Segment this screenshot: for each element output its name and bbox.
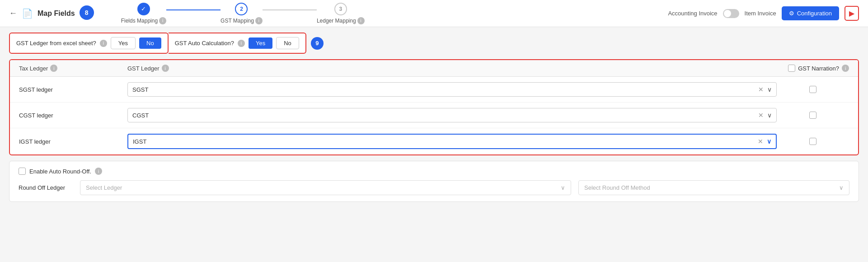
table-row: IGST ledger IGST ✕ ∨ bbox=[10, 128, 858, 154]
question-1-box: GST Ledger from excel sheet? i Yes No bbox=[9, 33, 169, 54]
igst-label: IGST ledger bbox=[19, 138, 127, 145]
sgst-dropdown-icon[interactable]: ∨ bbox=[767, 86, 772, 93]
sgst-label: SGST ledger bbox=[19, 86, 127, 93]
question-2-info-icon[interactable]: i bbox=[238, 40, 245, 47]
header: ← 📄 Map Fields 8 ✓ Fields Mapping i 2 GS… bbox=[0, 0, 868, 27]
question-2-text: GST Auto Calculation? bbox=[175, 40, 234, 47]
sgst-clear-icon[interactable]: ✕ bbox=[758, 86, 764, 93]
step-3-label: Ledger Mapping i bbox=[317, 17, 365, 24]
accounting-toggle[interactable] bbox=[723, 9, 739, 18]
select-method-dropdown[interactable]: Select Round Off Method ∨ bbox=[578, 180, 849, 195]
step-1-info-icon[interactable]: i bbox=[159, 17, 166, 24]
step-3-info-icon[interactable]: i bbox=[357, 17, 365, 24]
cgst-dropdown-icon[interactable]: ∨ bbox=[767, 112, 772, 119]
round-off-label: Enable Auto Round-Off. bbox=[29, 168, 91, 175]
select-method-chevron-icon: ∨ bbox=[839, 184, 844, 191]
step-2-info-icon[interactable]: i bbox=[255, 17, 263, 24]
step-2[interactable]: 2 GST Mapping i bbox=[221, 3, 263, 24]
igst-value: IGST bbox=[133, 138, 758, 145]
accounting-invoice-label: Accounting Invoice bbox=[668, 10, 717, 17]
question-1-text: GST Ledger from excel sheet? bbox=[16, 40, 96, 47]
sgst-narration-cell bbox=[777, 86, 849, 93]
cgst-value: CGST bbox=[132, 112, 758, 119]
question-1-yes-button[interactable]: Yes bbox=[111, 37, 136, 49]
select-ledger-chevron-icon: ∨ bbox=[561, 184, 565, 191]
round-off-info-icon[interactable]: i bbox=[95, 168, 102, 175]
question-1-no-button[interactable]: No bbox=[139, 37, 161, 49]
col-tax-ledger-header: Tax Ledger i bbox=[19, 65, 127, 72]
table-row: CGST ledger CGST ✕ ∨ bbox=[10, 103, 858, 128]
bottom-section: Enable Auto Round-Off. i Round Off Ledge… bbox=[9, 161, 859, 202]
cgst-icons: ✕ ∨ bbox=[758, 112, 772, 119]
content-box: Tax Ledger i GST Ledger i GST Narration?… bbox=[9, 59, 859, 155]
select-ledger-dropdown[interactable]: Select Ledger ∨ bbox=[80, 180, 571, 195]
step-connector-1 bbox=[166, 9, 221, 10]
cgst-clear-icon[interactable]: ✕ bbox=[758, 112, 764, 119]
step-3-circle: 3 bbox=[334, 3, 347, 15]
igst-select[interactable]: IGST ✕ ∨ bbox=[127, 134, 777, 149]
select-method-placeholder: Select Round Off Method bbox=[584, 184, 650, 191]
steps-nav: ✓ Fields Mapping i 2 GST Mapping i 3 Led… bbox=[121, 3, 641, 24]
step-connector-2 bbox=[263, 9, 317, 10]
table-header: Tax Ledger i GST Ledger i GST Narration?… bbox=[10, 60, 858, 77]
doc-icon: 📄 bbox=[22, 8, 33, 19]
step-1-label: Fields Mapping i bbox=[121, 17, 166, 24]
igst-narration-cell bbox=[777, 138, 849, 145]
page-title: Map Fields bbox=[38, 9, 75, 18]
toggle-knob bbox=[724, 10, 731, 17]
igst-dropdown-icon[interactable]: ∨ bbox=[767, 138, 771, 145]
igst-icons: ✕ ∨ bbox=[758, 138, 771, 145]
step-1[interactable]: ✓ Fields Mapping i bbox=[121, 3, 166, 24]
gst-ledger-info-icon[interactable]: i bbox=[162, 65, 169, 72]
config-icon: ⚙ bbox=[789, 10, 794, 17]
round-off-header-row: Enable Auto Round-Off. i bbox=[19, 168, 849, 175]
select-ledger-placeholder: Select Ledger bbox=[86, 184, 122, 191]
question-row: GST Ledger from excel sheet? i Yes No GS… bbox=[9, 33, 859, 54]
question-1-info-icon[interactable]: i bbox=[100, 40, 107, 47]
gst-narration-info-icon[interactable]: i bbox=[842, 65, 849, 72]
table-row: SGST ledger SGST ✕ ∨ bbox=[10, 77, 858, 103]
back-button[interactable]: ← bbox=[9, 9, 17, 18]
step-3[interactable]: 3 Ledger Mapping i bbox=[317, 3, 365, 24]
sgst-select[interactable]: SGST ✕ ∨ bbox=[127, 82, 777, 97]
question-2-yes-button[interactable]: Yes bbox=[249, 37, 272, 49]
round-off-checkbox[interactable] bbox=[19, 168, 26, 175]
igst-clear-icon[interactable]: ✕ bbox=[758, 138, 763, 145]
youtube-button[interactable]: ▶ bbox=[845, 6, 859, 21]
header-right: Accounting Invoice Item Invoice ⚙ Config… bbox=[668, 6, 859, 21]
col-gst-ledger-header: GST Ledger i bbox=[127, 65, 777, 72]
cgst-narration-checkbox[interactable] bbox=[809, 112, 816, 119]
body: GST Ledger from excel sheet? i Yes No GS… bbox=[0, 27, 868, 207]
sgst-narration-checkbox[interactable] bbox=[809, 86, 816, 93]
config-label: Configuration bbox=[797, 10, 832, 17]
header-left: ← 📄 Map Fields 8 bbox=[9, 6, 94, 21]
step-badge-8: 8 bbox=[80, 5, 94, 20]
item-invoice-label: Item Invoice bbox=[745, 10, 776, 17]
tax-ledger-info-icon[interactable]: i bbox=[50, 65, 57, 72]
step-2-label: GST Mapping i bbox=[221, 17, 263, 24]
round-off-select-row: Round Off Ledger Select Ledger ∨ Select … bbox=[19, 180, 849, 195]
step-1-circle: ✓ bbox=[137, 3, 150, 15]
col-gst-narration-header: GST Narration? i bbox=[788, 65, 849, 72]
step-badge-9: 9 bbox=[311, 37, 324, 50]
sgst-icons: ✕ ∨ bbox=[758, 86, 772, 93]
question-2-no-button[interactable]: No bbox=[276, 37, 299, 49]
cgst-label: CGST ledger bbox=[19, 112, 127, 119]
question-2-box: GST Auto Calculation? i Yes No bbox=[169, 33, 306, 54]
igst-narration-checkbox[interactable] bbox=[809, 138, 816, 145]
cgst-select[interactable]: CGST ✕ ∨ bbox=[127, 108, 777, 122]
configuration-button[interactable]: ⚙ Configuration bbox=[782, 6, 839, 20]
gst-narration-checkbox[interactable] bbox=[788, 65, 795, 72]
cgst-narration-cell bbox=[777, 112, 849, 119]
step-2-circle: 2 bbox=[235, 3, 248, 15]
sgst-value: SGST bbox=[132, 86, 758, 93]
round-off-ledger-label: Round Off Ledger bbox=[19, 184, 73, 191]
